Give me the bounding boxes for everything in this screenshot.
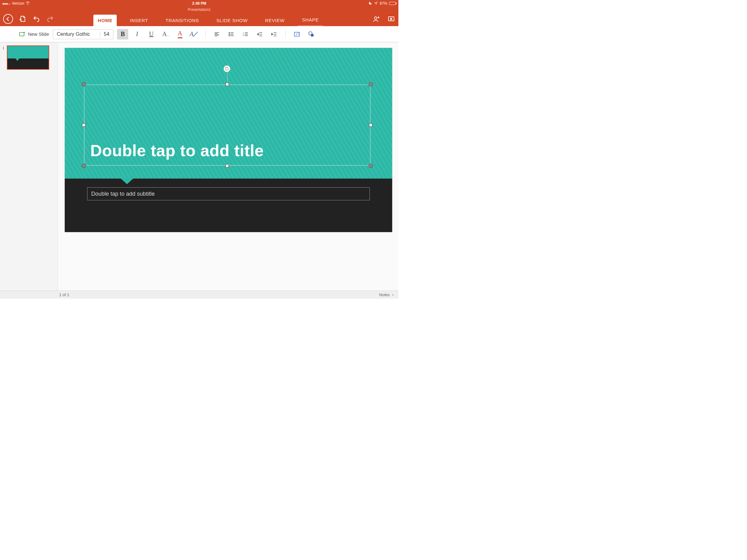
subtitle-placeholder-text: Double tap to add subtitle [91,191,155,197]
signal-dots-icon [2,1,10,6]
svg-point-5 [229,35,230,36]
carrier-label: Verizon [12,1,24,6]
resize-handle-br[interactable] [368,164,373,168]
font-size-field[interactable]: 54 [100,31,113,37]
resize-handle-bl[interactable] [81,164,86,168]
slide-thumbnail-1[interactable] [7,46,49,70]
svg-point-3 [229,32,230,33]
tab-slideshow[interactable]: SLIDE SHOW [212,15,252,26]
tab-home[interactable]: HOME [93,15,117,26]
notes-toggle[interactable]: Notes [379,292,395,297]
tab-review[interactable]: REVIEW [260,15,289,26]
home-ribbon: New Slide Century Gothic 54 B I U A... A… [0,26,398,42]
tab-shape[interactable]: SHAPE [298,14,323,26]
svg-point-4 [229,34,230,34]
resize-handle-tl[interactable] [81,82,86,86]
resize-handle-tr[interactable] [368,82,373,86]
svg-rect-2 [20,32,24,36]
svg-rect-12 [311,34,313,36]
underline-button[interactable]: U [146,29,157,39]
decrease-indent-button[interactable] [254,29,265,39]
location-icon [374,1,378,6]
ios-status-bar: Verizon 2:48 PM 67% [0,0,398,7]
clock-label: 2:48 PM [30,1,368,6]
back-button[interactable] [3,14,13,24]
font-name-field[interactable]: Century Gothic [53,31,100,37]
redo-button[interactable] [46,15,54,23]
font-selector[interactable]: Century Gothic 54 [53,29,113,39]
rotate-handle[interactable] [224,65,230,72]
separator [205,30,206,38]
svg-text:T: T [296,33,298,36]
battery-pct-label: 67% [380,1,387,6]
wifi-icon [26,1,30,6]
svg-text:3: 3 [243,34,244,36]
resize-handle-b[interactable] [225,164,229,168]
ribbon-tabs: HOME INSERT TRANSITIONS SLIDE SHOW REVIE… [93,12,358,26]
battery-icon [389,2,396,5]
textbox-button[interactable]: T [291,29,303,39]
undo-button[interactable] [32,15,41,23]
separator [285,30,286,38]
strikethrough-button[interactable]: A... [160,29,171,39]
resize-handle-l[interactable] [82,123,85,127]
title-textbox[interactable]: Double tap to add title [84,85,370,165]
increase-indent-button[interactable] [268,29,280,39]
status-bar: 1 of 1 Notes [0,291,398,299]
new-slide-label: New Slide [28,31,49,37]
notes-label: Notes [379,292,390,297]
italic-button[interactable]: I [131,29,143,39]
align-button[interactable] [211,29,223,39]
resize-handle-t[interactable] [225,82,229,86]
new-slide-button[interactable]: New Slide [19,31,49,38]
rotate-stem [227,70,228,83]
slide[interactable]: Double tap to add title Double tap to ad… [65,48,392,232]
app-header: Presentation1 HOME INSERT TRANSITIONS SL… [0,7,398,26]
workspace: 1 Double tap to add title [0,42,398,291]
moon-icon [368,1,372,6]
bold-button[interactable]: B [117,29,128,39]
shapes-button[interactable] [306,29,317,39]
tab-insert[interactable]: INSERT [125,15,152,26]
bullets-button[interactable] [226,29,237,39]
slide-thumbnail-panel: 1 [0,42,58,291]
file-open-icon[interactable] [19,15,27,23]
subtitle-textbox[interactable]: Double tap to add subtitle [87,187,370,201]
title-placeholder-text[interactable]: Double tap to add title [90,141,264,160]
text-highlight-button[interactable]: A [189,29,200,39]
numbering-button[interactable]: 123 [240,29,251,39]
share-button[interactable] [372,15,380,23]
font-color-button[interactable]: A [174,29,185,39]
document-title: Presentation1 [0,7,398,12]
tab-transitions[interactable]: TRANSITIONS [161,15,203,26]
resize-handle-r[interactable] [369,123,372,127]
slide-canvas-area[interactable]: Double tap to add title Double tap to ad… [58,42,398,291]
present-button[interactable] [387,15,395,23]
thumbnail-number: 1 [2,46,4,50]
svg-point-0 [375,17,377,19]
slide-counter: 1 of 1 [59,292,70,297]
